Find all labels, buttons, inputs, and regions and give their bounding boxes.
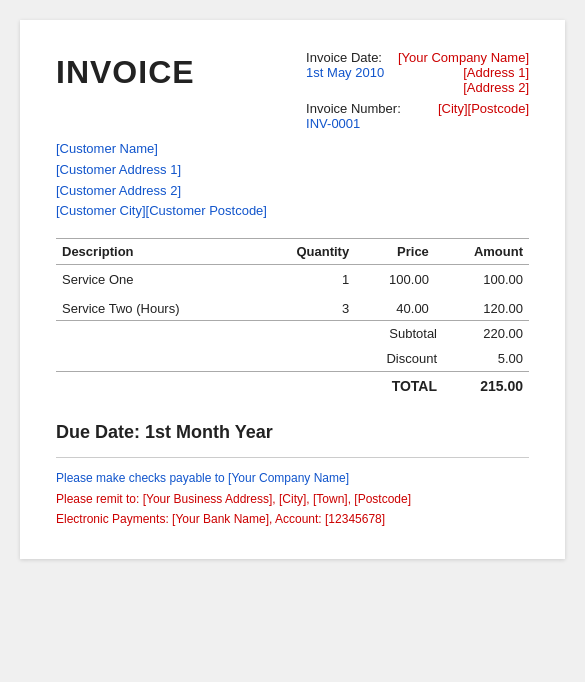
invoice-date-value-row: 1st May 2010 [Address 1] xyxy=(306,65,529,80)
row1-description: Service One xyxy=(56,265,255,295)
discount-label: Discount xyxy=(363,351,453,366)
total-row: TOTAL 215.00 xyxy=(56,371,529,400)
top-section: INVOICE Invoice Date: [Your Company Name… xyxy=(56,50,529,131)
subtotal-value: 220.00 xyxy=(453,326,523,341)
company-address1: [Address 1] xyxy=(463,65,529,80)
customer-block: [Customer Name] [Customer Address 1] [Cu… xyxy=(56,139,529,222)
invoice-title: INVOICE xyxy=(56,54,306,91)
payment-line3: Electronic Payments: [Your Bank Name], A… xyxy=(56,509,529,529)
company-address2: [Address 2] xyxy=(463,80,529,95)
mid-section: [Customer Name] [Customer Address 1] [Cu… xyxy=(56,139,529,222)
company-city: [City][Postcode] xyxy=(438,101,529,116)
invoice-date-row: Invoice Date: [Your Company Name] xyxy=(306,50,529,65)
company-name-value: [Your Company Name] xyxy=(398,50,529,65)
invoice-number-label: Invoice Number: xyxy=(306,101,401,116)
table-row: Service One 1 100.00 100.00 xyxy=(56,265,529,295)
total-value: 215.00 xyxy=(453,378,523,394)
subtotal-section: Subtotal 220.00 Discount 5.00 TOTAL 215.… xyxy=(56,321,529,400)
table-header-row: Description Quantity Price Amount xyxy=(56,239,529,265)
discount-value: 5.00 xyxy=(453,351,523,366)
col-header-quantity: Quantity xyxy=(255,239,355,265)
col-header-amount: Amount xyxy=(435,239,529,265)
invoice-meta-block: Invoice Date: [Your Company Name] 1st Ma… xyxy=(306,50,529,131)
row1-price: 100.00 xyxy=(355,265,435,295)
payment-line1: Please make checks payable to [Your Comp… xyxy=(56,468,529,488)
table-row: Service Two (Hours) 3 40.00 120.00 xyxy=(56,294,529,321)
row1-quantity: 1 xyxy=(255,265,355,295)
col-header-price: Price xyxy=(355,239,435,265)
row2-price: 40.00 xyxy=(355,294,435,321)
row1-amount: 100.00 xyxy=(435,265,529,295)
subtotal-row: Subtotal 220.00 xyxy=(56,321,529,346)
invoice-table: Description Quantity Price Amount Servic… xyxy=(56,238,529,321)
invoice-date-label: Invoice Date: xyxy=(306,50,382,65)
due-date-text: Due Date: 1st Month Year xyxy=(56,422,529,443)
payment-line2: Please remit to: [Your Business Address]… xyxy=(56,489,529,509)
total-label: TOTAL xyxy=(363,378,453,394)
row2-amount: 120.00 xyxy=(435,294,529,321)
due-date-section: Due Date: 1st Month Year xyxy=(56,422,529,443)
customer-city: [Customer City][Customer Postcode] xyxy=(56,201,529,222)
row2-quantity: 3 xyxy=(255,294,355,321)
payment-info: Please make checks payable to [Your Comp… xyxy=(56,457,529,529)
invoice-number-value: INV-0001 xyxy=(306,116,360,131)
invoice-number-row: Invoice Number: [City][Postcode] xyxy=(306,101,529,116)
customer-address2: [Customer Address 2] xyxy=(56,181,529,202)
company-name: [Your Company Name] xyxy=(398,50,529,65)
subtotal-label: Subtotal xyxy=(363,326,453,341)
discount-row: Discount 5.00 xyxy=(56,346,529,371)
invoice-page: INVOICE Invoice Date: [Your Company Name… xyxy=(20,20,565,559)
row2-description: Service Two (Hours) xyxy=(56,294,255,321)
customer-name: [Customer Name] xyxy=(56,139,529,160)
invoice-date-value: 1st May 2010 xyxy=(306,65,384,80)
customer-address1: [Customer Address 1] xyxy=(56,160,529,181)
col-header-description: Description xyxy=(56,239,255,265)
invoice-title-block: INVOICE xyxy=(56,50,306,91)
